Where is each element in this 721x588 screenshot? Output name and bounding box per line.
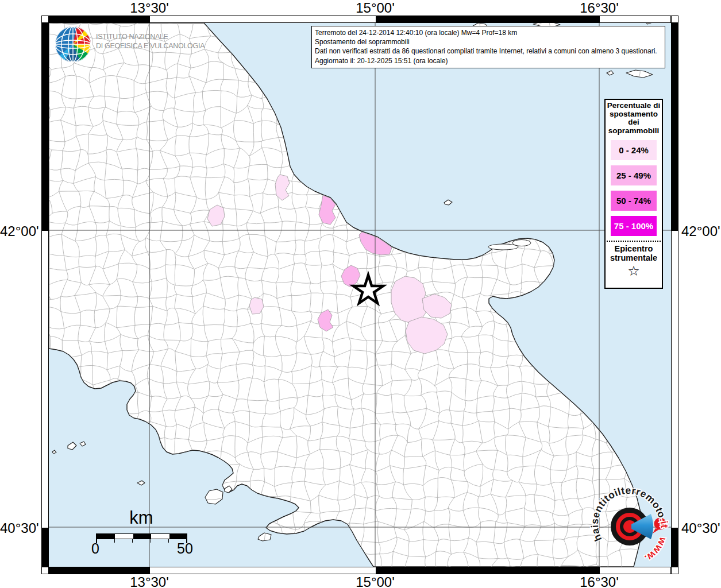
legend-epicenter-title: Epicentro strumentale	[606, 244, 662, 262]
legend-swatch-75-100: 75 - 100%	[611, 216, 657, 236]
axis-label-top-2: 15°00'	[335, 0, 415, 16]
scale-unit-label: km	[113, 508, 170, 528]
frame-top	[49, 16, 671, 23]
frame-corner-br	[671, 567, 678, 574]
axis-label-left-2: 40°30'	[0, 520, 38, 536]
macroseismic-map-page: ? haisentitoilterremoto.itwww.	[0, 0, 721, 588]
axis-label-bottom-3: 16°30'	[559, 574, 639, 588]
ingv-globe-icon	[55, 26, 91, 62]
info-line-source: Dati non verificati estratti da 86 quest…	[315, 47, 662, 56]
scale-bar	[97, 533, 187, 539]
legend-title: Percentuale di spostamento dei soprammob…	[606, 102, 662, 135]
legend-box: Percentuale di spostamento dei soprammob…	[604, 99, 663, 289]
axis-label-left-1: 42°00'	[0, 223, 38, 239]
legend-star-icon: ☆	[606, 264, 662, 278]
lesina-lagoon	[488, 244, 518, 250]
info-line-event: Terremoto del 24-12-2014 12:40:10 (ora l…	[315, 28, 662, 37]
scale-start-value: 0	[78, 540, 113, 557]
axis-label-right-2: 40°30'	[681, 520, 720, 536]
frame-corner-tr	[671, 16, 678, 23]
axis-label-top-3: 16°30'	[559, 0, 639, 16]
map-canvas: ? haisentitoilterremoto.itwww.	[0, 0, 721, 588]
ingv-name-line2: DI GEOFISICA E VULCANOLOGIA	[96, 42, 205, 50]
ingv-name-line1: ISTITUTO NAZIONALE	[96, 33, 168, 41]
legend-swatch-0-24: 0 - 24%	[611, 140, 657, 160]
legend-swatch-50-74: 50 - 74%	[611, 191, 657, 211]
frame-corner-bl	[41, 567, 49, 574]
axis-label-top-1: 13°30'	[109, 0, 190, 16]
legend-separator	[607, 241, 661, 242]
scale-end-value: 50	[168, 540, 202, 557]
axis-label-right-1: 42°00'	[681, 223, 720, 239]
legend-swatch-25-49: 25 - 49%	[611, 165, 657, 185]
info-line-updated: Aggiornato il: 20-12-2025 15:51 (ora loc…	[315, 56, 662, 65]
frame-left	[41, 23, 49, 567]
frame-right	[671, 23, 678, 567]
axis-label-bottom-1: 13°30'	[109, 574, 190, 588]
axis-label-bottom-2: 15°00'	[335, 574, 415, 588]
varano-lagoon	[512, 240, 531, 246]
frame-corner-tl	[41, 16, 49, 23]
info-line-effect: Spostamento dei soprammobili	[315, 37, 662, 47]
frame-bottom	[49, 567, 671, 574]
earthquake-info-box: Terremoto del 24-12-2014 12:40:10 (ora l…	[311, 26, 665, 68]
